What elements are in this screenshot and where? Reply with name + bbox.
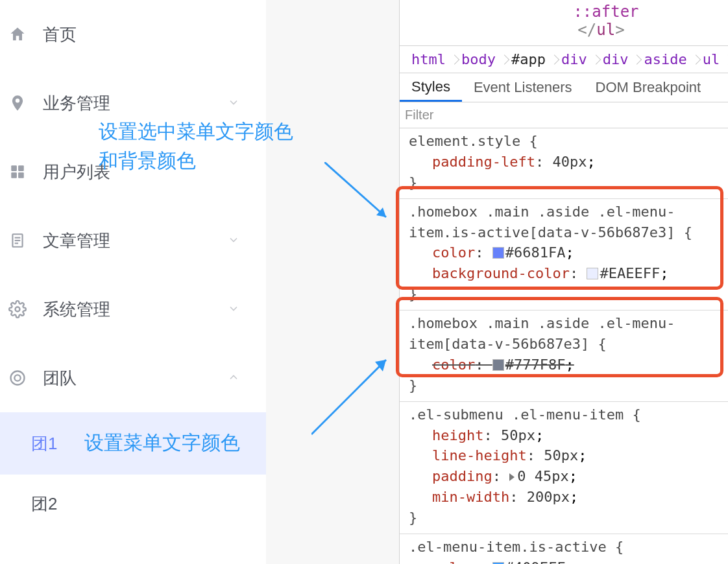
- css-declaration[interactable]: line-height: 50px;: [409, 445, 722, 466]
- elements-breadcrumb[interactable]: html body #app div div aside ul li: [400, 45, 728, 73]
- chevron-down-icon: [227, 300, 240, 320]
- svg-point-9: [11, 371, 25, 385]
- chevron-down-icon: [227, 93, 240, 113]
- svg-point-10: [14, 375, 20, 381]
- location-icon: [6, 92, 29, 114]
- breadcrumb-item[interactable]: div: [555, 46, 594, 73]
- closing-tag: </ul>: [400, 21, 728, 39]
- sidebar: 首页 业务管理 用户列表 文章管理 系统管理: [0, 0, 266, 564]
- sidebar-item-label: 首页: [43, 23, 266, 46]
- color-swatch-icon[interactable]: [492, 247, 504, 259]
- css-declaration[interactable]: height: 50px;: [409, 425, 722, 446]
- sidebar-item-articles[interactable]: 文章管理: [0, 206, 266, 275]
- css-declaration[interactable]: padding-left: 40px;: [409, 152, 722, 172]
- sidebar-item-label: 团队: [43, 367, 227, 390]
- grid-icon: [6, 161, 29, 183]
- selector: .homebox .main .aside .el-menu-item.is-a…: [409, 204, 675, 241]
- gear-icon: [6, 298, 29, 320]
- css-rule[interactable]: .homebox .main .aside .el-menu-item.is-a…: [400, 199, 728, 311]
- svg-rect-3: [18, 172, 24, 178]
- annotation-bottom: 设置菜单文字颜色: [84, 428, 240, 457]
- filter-placeholder: Filter: [405, 108, 433, 123]
- sidebar-item-label: 系统管理: [43, 298, 227, 321]
- color-swatch-icon[interactable]: [587, 268, 598, 279]
- circle-icon: [6, 367, 29, 389]
- breadcrumb-item[interactable]: body: [455, 46, 502, 73]
- tab-event-listeners[interactable]: Event Listeners: [462, 73, 584, 102]
- sidebar-subitem-team2[interactable]: 团2: [0, 475, 266, 533]
- color-swatch-icon[interactable]: [492, 359, 504, 371]
- annotation-text: 设置菜单文字颜色: [84, 432, 240, 453]
- css-rule[interactable]: .el-submenu .el-menu-item { height: 50px…: [400, 402, 728, 534]
- breadcrumb-item[interactable]: div: [596, 46, 635, 73]
- expand-triangle-icon[interactable]: [509, 473, 515, 481]
- sidebar-subitem-label: 团1: [31, 432, 57, 455]
- css-declaration[interactable]: padding: 0 45px;: [409, 466, 722, 487]
- css-declaration[interactable]: color: #409EFF;: [409, 558, 722, 564]
- annotation-text: 设置选中菜单文字颜色 和背景颜色: [99, 121, 293, 171]
- breadcrumb-item[interactable]: ul: [696, 46, 727, 73]
- svg-point-8: [16, 307, 20, 312]
- css-rule[interactable]: .el-menu-item.is-active { color: #409EFF…: [400, 534, 728, 564]
- css-declaration[interactable]: color: #777F8F;: [409, 355, 722, 375]
- document-icon: [6, 229, 29, 252]
- annotation-top: 设置选中菜单文字颜色 和背景颜色: [99, 117, 293, 175]
- tab-dom-breakpoints[interactable]: DOM Breakpoint: [584, 73, 713, 102]
- selector: .el-menu-item.is-active: [409, 539, 607, 555]
- breadcrumb-item[interactable]: html: [405, 46, 452, 73]
- devtools-panel: ::after </ul> html body #app div div asi…: [399, 0, 728, 564]
- chevron-down-icon: [227, 231, 240, 251]
- selector: element.style: [409, 133, 520, 149]
- svg-rect-0: [11, 165, 17, 171]
- breadcrumb-item[interactable]: #app: [505, 46, 552, 73]
- sidebar-item-label: 文章管理: [43, 229, 227, 252]
- tab-styles[interactable]: Styles: [400, 73, 462, 102]
- chevron-up-icon: [227, 368, 240, 388]
- css-declaration[interactable]: background-color: #EAEEFF;: [409, 263, 722, 284]
- sidebar-item-system[interactable]: 系统管理: [0, 275, 266, 344]
- selector: .homebox .main .aside .el-menu-item[data…: [409, 315, 675, 352]
- svg-rect-2: [11, 172, 17, 178]
- breadcrumb-item[interactable]: aside: [637, 46, 693, 73]
- sidebar-item-home[interactable]: 首页: [0, 0, 266, 69]
- sidebar-item-label: 业务管理: [43, 92, 227, 115]
- home-icon: [6, 23, 29, 45]
- selector: .el-submenu .el-menu-item: [409, 406, 624, 423]
- css-declaration[interactable]: color: #6681FA;: [409, 242, 722, 263]
- elements-tree-fragment[interactable]: ::after </ul>: [400, 0, 728, 45]
- css-rule[interactable]: .homebox .main .aside .el-menu-item[data…: [400, 311, 728, 402]
- content-gap: [266, 0, 399, 564]
- sidebar-item-team[interactable]: 团队: [0, 344, 266, 412]
- sidebar-subitem-label: 团2: [31, 493, 57, 515]
- styles-tabs: Styles Event Listeners DOM Breakpoint: [400, 73, 728, 102]
- css-rule[interactable]: element.style { padding-left: 40px; }: [400, 128, 728, 199]
- filter-input[interactable]: Filter: [400, 102, 728, 128]
- pseudo-element: ::after: [400, 3, 728, 21]
- css-declaration[interactable]: min-width: 200px;: [409, 487, 722, 508]
- svg-rect-1: [18, 165, 24, 171]
